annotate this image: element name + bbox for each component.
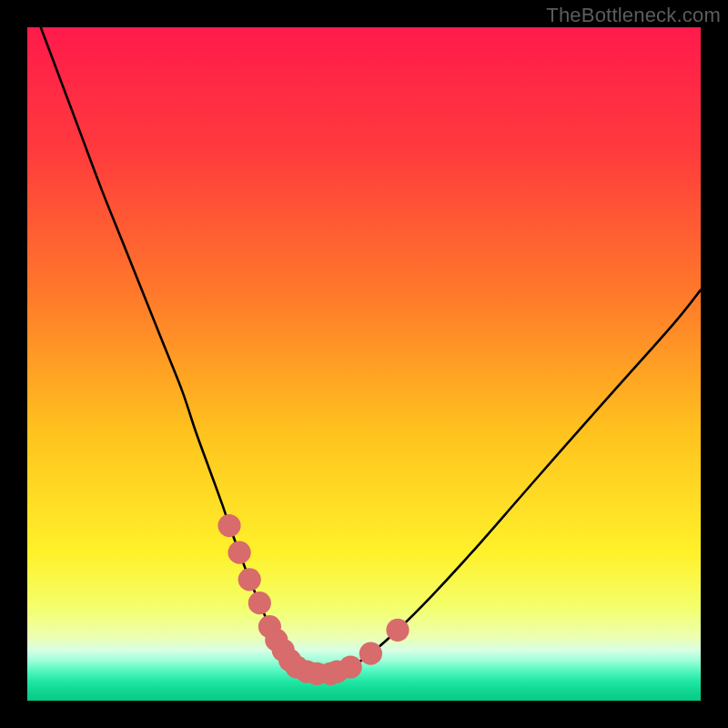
outer-frame: TheBottleneck.com [0, 0, 728, 728]
highlight-marker [386, 619, 409, 642]
highlight-marker [217, 514, 240, 537]
highlight-marker [238, 568, 261, 591]
plot-area [27, 27, 701, 701]
watermark-text: TheBottleneck.com [546, 4, 721, 27]
highlight-marker [359, 642, 382, 665]
curve-path [41, 27, 701, 674]
chart-curve [27, 27, 701, 701]
highlight-marker [339, 655, 362, 678]
highlight-marker [248, 592, 271, 614]
highlight-markers [217, 514, 409, 685]
highlight-marker [228, 541, 251, 564]
